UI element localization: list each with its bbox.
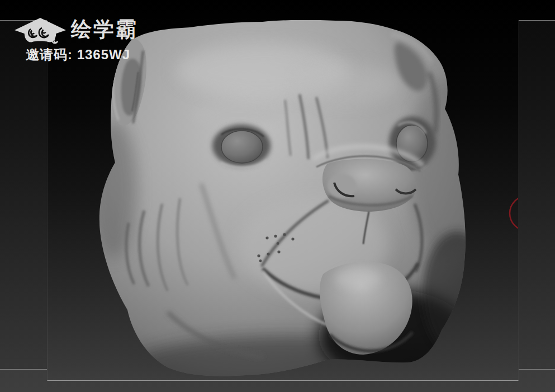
viewport-stage: 绘学霸 邀请码: 1365WJ xyxy=(0,0,555,392)
left-tray-strip xyxy=(0,20,47,370)
brush-cursor-ring xyxy=(510,196,519,231)
document-canvas[interactable] xyxy=(47,20,519,381)
right-tray-strip xyxy=(519,20,555,370)
bulldog-sculpture xyxy=(47,20,519,381)
